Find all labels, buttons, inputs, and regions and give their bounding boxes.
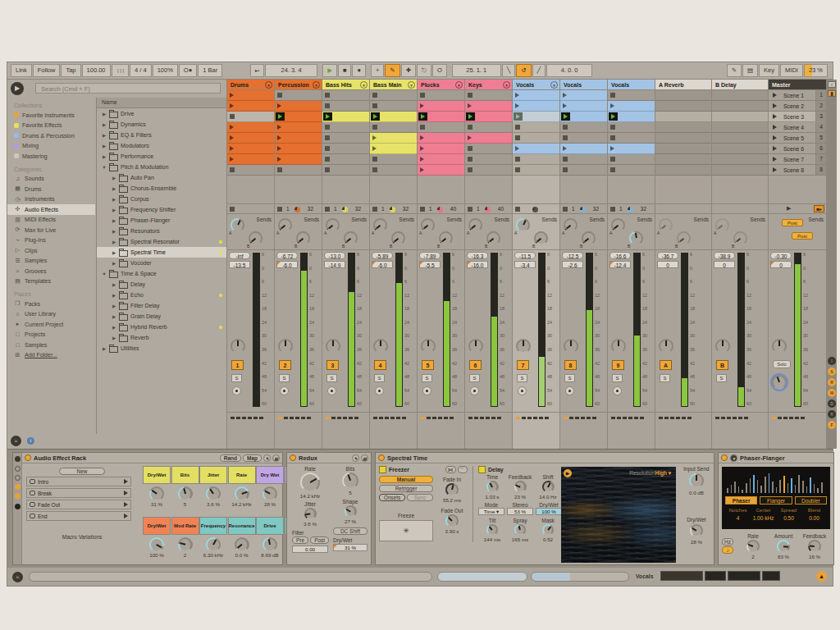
scene-row-2[interactable]: Scene 22: [769, 101, 826, 112]
track-dropdown-icon[interactable]: ▾: [455, 81, 463, 89]
arm-button[interactable]: [518, 386, 527, 395]
browser-name-header[interactable]: Name: [97, 98, 226, 108]
delay-on-icon[interactable]: [478, 466, 486, 473]
peak-level-display[interactable]: -13.0: [324, 252, 345, 259]
clip-slot[interactable]: [712, 133, 768, 144]
clip-slot[interactable]: [465, 154, 512, 165]
tree-item-filter-delay[interactable]: ▶Filter Delay: [97, 300, 226, 311]
new-variation-button[interactable]: New: [59, 468, 105, 475]
track-stop-icon[interactable]: [325, 207, 330, 212]
clip-slot[interactable]: [712, 154, 768, 165]
device-minimap-redux[interactable]: [705, 571, 726, 581]
track-activator-button[interactable]: 1: [231, 360, 244, 370]
clip-play-icon[interactable]: [277, 157, 281, 162]
expand-arrow-icon[interactable]: ▶: [112, 197, 116, 202]
clip-play-icon[interactable]: [230, 135, 234, 140]
clip-stop-icon[interactable]: [372, 103, 377, 108]
pan-knob[interactable]: [373, 339, 388, 354]
expand-arrow-icon[interactable]: ▶: [102, 144, 107, 148]
clip-play-icon[interactable]: [563, 93, 567, 98]
clip-slot[interactable]: [275, 133, 322, 144]
volume-field[interactable]: -3.4: [514, 261, 536, 268]
clip-slot[interactable]: [465, 90, 512, 101]
tree-item-modulators[interactable]: ▶Modulators: [97, 140, 226, 151]
scene-row-8[interactable]: Scene 88: [769, 165, 826, 176]
collection-item-favorite-effects[interactable]: Favorite Effects: [7, 121, 95, 131]
collection-item-favorite-instruments[interactable]: Favorite Instruments: [7, 110, 95, 121]
expand-arrow-icon[interactable]: ▶: [102, 133, 107, 138]
clip-slot[interactable]: [608, 165, 655, 176]
arm-button[interactable]: [470, 386, 479, 395]
pan-knob[interactable]: [421, 339, 436, 354]
clip-slot[interactable]: [418, 112, 464, 122]
clip-play-icon[interactable]: [230, 125, 234, 130]
clip-stop-icon[interactable]: [515, 135, 520, 140]
clip-slot[interactable]: [227, 133, 274, 144]
fade-in-knob[interactable]: [445, 483, 459, 496]
io-overview-icon[interactable]: ▐▌: [828, 90, 836, 97]
param-value[interactable]: 4: [725, 515, 751, 521]
mixer-toggle-s-icon[interactable]: S: [828, 368, 836, 376]
track-header[interactable]: Vocals: [608, 80, 655, 90]
solo-button[interactable]: S: [231, 374, 242, 382]
tree-item-reverb[interactable]: ▶Reverb: [97, 332, 226, 343]
clip-stop-icon[interactable]: [277, 93, 282, 98]
tree-item-hybrid-reverb[interactable]: ▶Hybrid Reverb: [97, 322, 226, 332]
clip-stop-icon[interactable]: [563, 125, 568, 130]
volume-field[interactable]: -16.0: [467, 261, 488, 268]
clip-slot[interactable]: [322, 165, 369, 176]
clip-slot[interactable]: [322, 112, 369, 122]
pan-knob[interactable]: [468, 339, 483, 354]
clip-slot[interactable]: [608, 154, 655, 165]
punch-out-button[interactable]: ╱: [532, 64, 546, 77]
clip-slot[interactable]: [370, 133, 417, 144]
clip-stop-icon[interactable]: [325, 93, 330, 98]
re-enable-automation-button[interactable]: ⎋: [417, 64, 431, 77]
tree-item-corpus[interactable]: ▶Corpus: [97, 194, 226, 204]
tree-item-resonators[interactable]: ▶Resonators: [97, 226, 226, 236]
expand-arrow-icon[interactable]: ▼: [102, 165, 107, 170]
volume-field[interactable]: -6.0: [276, 261, 298, 268]
freezer-on-icon[interactable]: [379, 466, 386, 473]
stop-button[interactable]: ■: [338, 64, 352, 77]
send-a-knob[interactable]: [373, 218, 387, 232]
shift-knob[interactable]: [542, 481, 555, 493]
solo-button[interactable]: S: [279, 374, 290, 382]
stop-all-clips-button[interactable]: ■▸: [814, 205, 824, 212]
clip-slot[interactable]: [465, 165, 512, 176]
clip-slot[interactable]: [370, 101, 417, 112]
new-button[interactable]: +: [371, 64, 384, 77]
expand-arrow-icon[interactable]: ▶: [112, 208, 116, 212]
clip-playing-icon[interactable]: [561, 112, 570, 121]
category-item-plug-ins[interactable]: ⌁Plug-Ins: [7, 235, 95, 246]
freeze-button[interactable]: ✳: [379, 520, 433, 541]
param-value[interactable]: 1.00 kHz: [751, 515, 776, 521]
pan-knob[interactable]: [611, 339, 626, 354]
clip-slot[interactable]: [513, 112, 559, 122]
clip-slot[interactable]: [560, 165, 607, 176]
tab-doubler[interactable]: Doubler: [795, 496, 827, 504]
clip-slot[interactable]: [322, 122, 369, 133]
clip-stop-icon[interactable]: [563, 135, 568, 140]
clip-slot[interactable]: [608, 101, 655, 112]
loop-start[interactable]: 25. 1. 1: [452, 64, 501, 77]
peak-level-display[interactable]: -inf: [229, 252, 250, 259]
rand-button[interactable]: Rand: [220, 454, 241, 462]
clip-stop-icon[interactable]: [325, 135, 330, 140]
peak-level-display[interactable]: -16.3: [467, 252, 488, 259]
clip-stop-icon[interactable]: [230, 114, 235, 119]
tree-item-performance[interactable]: ▶Performance: [97, 151, 226, 162]
back-to-arrangement-icon[interactable]: ▶: [787, 205, 791, 212]
clip-slot[interactable]: [560, 122, 607, 133]
recall-variation-icon[interactable]: [124, 502, 128, 507]
clip-slot[interactable]: [275, 112, 322, 122]
solo-button[interactable]: S: [374, 374, 385, 382]
scene-row-5[interactable]: Scene 55: [769, 133, 826, 144]
tree-item-vocoder[interactable]: ▶Vocoder: [97, 258, 226, 268]
note-sync-button[interactable]: ♪: [722, 546, 733, 554]
track-stop-icon[interactable]: [610, 207, 615, 212]
send-a-knob[interactable]: [278, 218, 292, 232]
filter-pre-button[interactable]: Pre: [292, 536, 308, 544]
pan-knob[interactable]: [564, 339, 578, 354]
clip-stop-icon[interactable]: [515, 157, 520, 162]
